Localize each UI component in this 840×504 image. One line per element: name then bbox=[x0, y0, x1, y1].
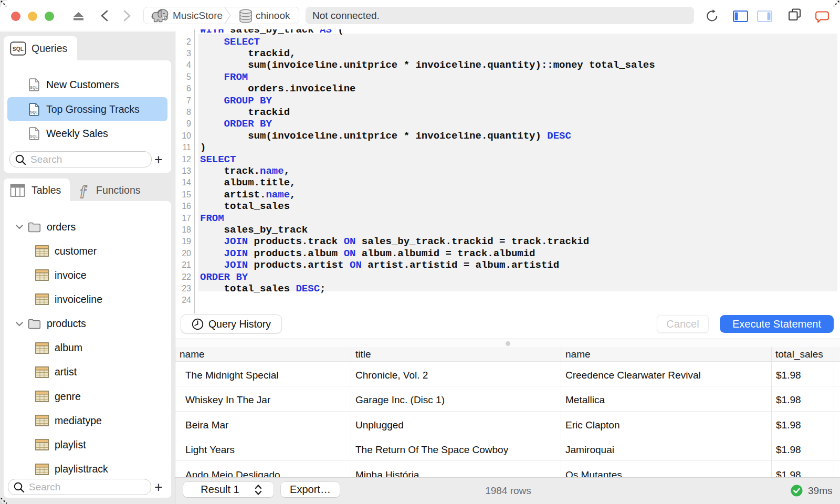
svg-text:SQL: SQL bbox=[30, 85, 38, 90]
svg-text:SQL: SQL bbox=[30, 110, 38, 114]
svg-text:SQL: SQL bbox=[13, 46, 24, 52]
svg-text:ƒ: ƒ bbox=[80, 182, 88, 198]
svg-text:SQL: SQL bbox=[30, 134, 38, 139]
